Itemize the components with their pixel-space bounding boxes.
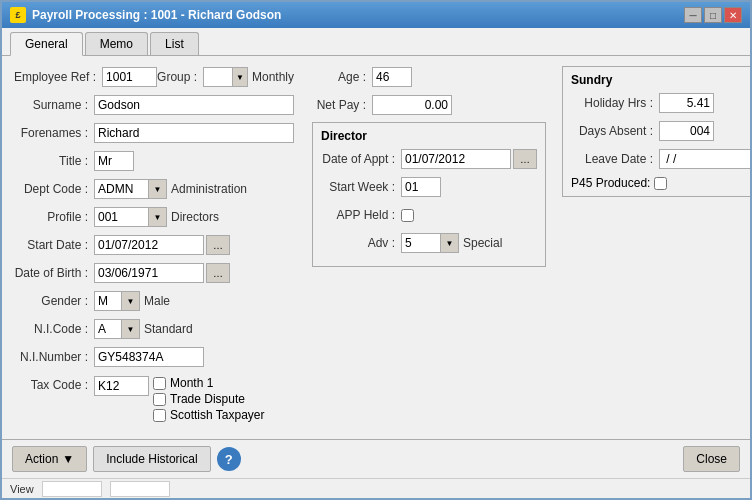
- p45-checkbox[interactable]: [654, 177, 667, 190]
- ni-code-row: N.I.Code : ▼ Standard: [14, 318, 294, 340]
- profile-input[interactable]: [94, 207, 149, 227]
- month1-label: Month 1: [170, 376, 213, 390]
- maximize-button[interactable]: □: [704, 7, 722, 23]
- app-held-row: APP Held :: [321, 204, 537, 226]
- action-button[interactable]: Action ▼: [12, 446, 87, 472]
- month1-checkbox[interactable]: [153, 377, 166, 390]
- group-combo-btn[interactable]: ▼: [233, 67, 248, 87]
- window-title: Payroll Processing : 1001 - Richard Gods…: [32, 8, 281, 22]
- main-window: £ Payroll Processing : 1001 - Richard Go…: [0, 0, 752, 500]
- help-button[interactable]: ?: [217, 447, 241, 471]
- date-of-appt-label: Date of Appt :: [321, 152, 401, 166]
- sundry-title: Sundry: [571, 73, 750, 87]
- adv-input[interactable]: [401, 233, 441, 253]
- gender-combo-btn[interactable]: ▼: [122, 291, 140, 311]
- surname-input[interactable]: [94, 95, 294, 115]
- title-buttons: ─ □ ✕: [684, 7, 742, 23]
- scottish-taxpayer-label: Scottish Taxpayer: [170, 408, 265, 422]
- days-absent-label: Days Absent :: [571, 124, 659, 138]
- ni-number-label: N.I.Number :: [14, 350, 94, 364]
- start-week-label: Start Week :: [321, 180, 401, 194]
- footer: Action ▼ Include Historical ? Close: [2, 439, 750, 478]
- holiday-hrs-input[interactable]: [659, 93, 714, 113]
- start-week-row: Start Week :: [321, 176, 537, 198]
- director-title: Director: [321, 129, 537, 143]
- col-right: Sundry Holiday Hrs : Days Absent : Leave…: [554, 66, 750, 429]
- date-of-appt-browse-btn[interactable]: …: [513, 149, 537, 169]
- gender-row: Gender : ▼ Male: [14, 290, 294, 312]
- adv-row: Adv : ▼ Special: [321, 232, 537, 254]
- sundry-box: Sundry Holiday Hrs : Days Absent : Leave…: [562, 66, 750, 197]
- frequency-text: Monthly: [252, 70, 294, 84]
- title-input[interactable]: [94, 151, 134, 171]
- surname-row: Surname :: [14, 94, 294, 116]
- include-historical-button[interactable]: Include Historical: [93, 446, 210, 472]
- title-bar: £ Payroll Processing : 1001 - Richard Go…: [2, 2, 750, 28]
- start-date-input[interactable]: [94, 235, 204, 255]
- close-button[interactable]: Close: [683, 446, 740, 472]
- dept-code-combo-btn[interactable]: ▼: [149, 179, 167, 199]
- tax-code-input[interactable]: [94, 376, 149, 396]
- start-date-label: Start Date :: [14, 238, 94, 252]
- tax-checkboxes: Month 1 Trade Dispute Scottish Taxpayer: [153, 376, 265, 422]
- age-row: Age :: [312, 66, 546, 88]
- adv-combo-btn[interactable]: ▼: [441, 233, 459, 253]
- dept-code-input[interactable]: [94, 179, 149, 199]
- ni-code-label: N.I.Code :: [14, 322, 94, 336]
- surname-label: Surname :: [14, 98, 94, 112]
- start-date-browse-btn[interactable]: …: [206, 235, 230, 255]
- holiday-hrs-row: Holiday Hrs :: [571, 92, 750, 114]
- trade-dispute-checkbox[interactable]: [153, 393, 166, 406]
- adv-label: Adv :: [321, 236, 401, 250]
- window-icon: £: [10, 7, 26, 23]
- net-pay-input[interactable]: [372, 95, 452, 115]
- start-date-row: Start Date : …: [14, 234, 294, 256]
- dob-row: Date of Birth : …: [14, 262, 294, 284]
- tab-memo[interactable]: Memo: [85, 32, 148, 55]
- tab-list[interactable]: List: [150, 32, 199, 55]
- trade-dispute-row: Trade Dispute: [153, 392, 265, 406]
- net-pay-label: Net Pay :: [312, 98, 372, 112]
- app-held-checkbox[interactable]: [401, 209, 414, 222]
- group-input[interactable]: [203, 67, 233, 87]
- forenames-input[interactable]: [94, 123, 294, 143]
- date-of-appt-input[interactable]: [401, 149, 511, 169]
- ni-code-input[interactable]: [94, 319, 122, 339]
- days-absent-input[interactable]: [659, 121, 714, 141]
- close-label: Close: [696, 452, 727, 466]
- employee-ref-row: Employee Ref : Group : ▼ Monthly: [14, 66, 294, 88]
- dob-browse-btn[interactable]: …: [206, 263, 230, 283]
- scottish-taxpayer-checkbox[interactable]: [153, 409, 166, 422]
- ni-code-combo-btn[interactable]: ▼: [122, 319, 140, 339]
- gender-input[interactable]: [94, 291, 122, 311]
- age-input[interactable]: [372, 67, 412, 87]
- dept-desc-text: Administration: [171, 182, 247, 196]
- dob-input[interactable]: [94, 263, 204, 283]
- group-label: Group :: [157, 70, 203, 84]
- tab-general[interactable]: General: [10, 32, 83, 56]
- adv-desc-text: Special: [463, 236, 502, 250]
- status-field-2: [110, 481, 170, 497]
- age-label: Age :: [312, 70, 372, 84]
- profile-combo-btn[interactable]: ▼: [149, 207, 167, 227]
- action-label: Action: [25, 452, 58, 466]
- p45-label: P45 Produced:: [571, 176, 650, 190]
- forenames-label: Forenames :: [14, 126, 94, 140]
- col-mid: Age : Net Pay : Director Date of Appt : …: [304, 66, 554, 429]
- status-view-label: View: [10, 483, 34, 495]
- scottish-taxpayer-row: Scottish Taxpayer: [153, 408, 265, 422]
- employee-ref-input[interactable]: [102, 67, 157, 87]
- forenames-row: Forenames :: [14, 122, 294, 144]
- start-week-input[interactable]: [401, 177, 441, 197]
- minimize-button[interactable]: ─: [684, 7, 702, 23]
- window-close-button[interactable]: ✕: [724, 7, 742, 23]
- form-content: Employee Ref : Group : ▼ Monthly Surname…: [2, 56, 750, 439]
- profile-row: Profile : ▼ Directors: [14, 206, 294, 228]
- leave-date-input[interactable]: [659, 149, 750, 169]
- title-label: Title :: [14, 154, 94, 168]
- ni-number-input[interactable]: [94, 347, 204, 367]
- title-bar-left: £ Payroll Processing : 1001 - Richard Go…: [10, 7, 281, 23]
- director-box: Director Date of Appt : … Start Week :: [312, 122, 546, 267]
- app-held-label: APP Held :: [321, 208, 401, 222]
- dob-label: Date of Birth :: [14, 266, 94, 280]
